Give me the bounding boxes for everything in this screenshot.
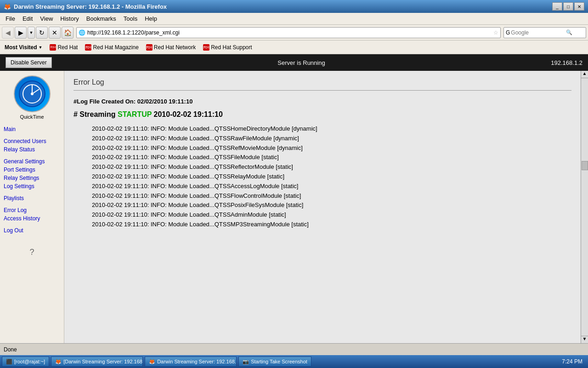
forward-dropdown-button[interactable]: ▼ [28,27,35,39]
bookmark-star-icon[interactable]: ☆ [493,29,498,36]
nav-bar: ◀ ▶ ▼ ↻ ✕ 🏠 🌐 http://192.168.1.2:1220/pa… [0,25,588,40]
sidebar-link-log-settings[interactable]: Log Settings [4,182,60,190]
taskbar-btn-terminal[interactable]: ⬛ [root@rajat:~] [2,356,49,367]
menu-edit[interactable]: Edit [19,14,36,23]
server-status: Server is Running [277,59,325,66]
sidebar-link-relay-settings[interactable]: Relay Settings [4,174,60,182]
firefox2-icon: 🦊 [149,359,155,365]
redhat-network-icon: RH [146,44,153,51]
sidebar-section-auth: Log Out [4,226,60,235]
menu-view[interactable]: View [36,14,57,23]
sidebar-link-logout[interactable]: Log Out [4,226,60,235]
sidebar-link-playlists[interactable]: Playlists [4,194,60,202]
menu-bookmarks[interactable]: Bookmarks [83,14,120,23]
terminal-icon: ⬛ [6,359,12,365]
startup-prefix: # Streaming [74,110,118,118]
title-bar: 🦊 Darwin Streaming Server: 192.168.1.2 -… [0,0,588,13]
close-button[interactable]: ✕ [574,2,584,11]
sidebar-link-error-log[interactable]: Error Log [4,206,60,214]
sidebar-link-connected-users[interactable]: Connected Users [4,137,60,145]
bookmark-redhat-support[interactable]: RH Red Hat Support [200,43,254,52]
error-log-title: Error Log [74,78,571,91]
log-entry-1: 2010-02-02 19:11:10: INFO: Module Loaded… [92,134,571,144]
log-entry-10: 2010-02-02 19:11:10: INFO: Module Loaded… [92,220,571,230]
startup-date: 2010-02-02 19:11:10 [152,110,223,118]
firefox1-icon: 🦊 [55,359,62,365]
log-entry-2: 2010-02-02 19:11:10: INFO: Module Loaded… [92,144,571,153]
disable-server-button[interactable]: Disable Server [6,57,52,68]
sidebar-link-main[interactable]: Main [4,125,60,133]
bookmark-redhat-magazine[interactable]: RH Red Hat Magazine [82,43,141,52]
stop-button[interactable]: ✕ [49,27,61,39]
status-text: Done [4,346,17,353]
address-bar[interactable]: 🌐 http://192.168.1.2:1220/parse_xml.cgi … [76,27,501,38]
scroll-thumb[interactable] [582,161,588,170]
log-entry-8: 2010-02-02 19:11:10: INFO: Module Loaded… [92,201,571,210]
redhat-support-icon: RH [203,44,209,51]
taskbar-screenshot-label: Starting Take Screenshot [251,359,307,364]
menu-file[interactable]: File [2,14,19,23]
sidebar-link-general-settings[interactable]: General Settings [4,157,60,166]
status-bar: Done [0,343,588,355]
bookmark-redhat-label: Red Hat [57,44,78,51]
sidebar: QuickTime Main Connected Users Relay Sta… [0,71,64,343]
content-wrapper: QuickTime Main Connected Users Relay Sta… [0,71,588,343]
window-title: Darwin Streaming Server: 192.168.1.2 - M… [14,3,167,10]
log-entries: 2010-02-02 19:11:10: INFO: Module Loaded… [92,124,571,230]
quicktime-label: QuickTime [20,114,44,120]
screenshot-icon: 📷 [243,359,249,365]
home-button[interactable]: 🏠 [62,27,74,39]
log-entry-7: 2010-02-02 19:11:10: INFO: Module Loaded… [92,191,571,201]
sidebar-link-port-settings[interactable]: Port Settings [4,166,60,174]
scrollbar[interactable]: ▲ ▼ [581,71,588,343]
help-icon[interactable]: ? [29,247,34,257]
redhat-magazine-icon: RH [85,44,91,51]
address-url: http://192.168.1.2:1220/parse_xml.cgi [87,29,180,36]
taskbar-btn-screenshot[interactable]: 📷 Starting Take Screenshot [238,356,311,367]
scroll-down-button[interactable]: ▼ [581,336,588,343]
back-button[interactable]: ◀ [2,27,14,39]
log-entry-3: 2010-02-02 19:11:10: INFO: Module Loaded… [92,153,571,162]
menu-tools[interactable]: Tools [120,14,141,23]
taskbar: ⬛ [root@rajat:~] 🦊 [Darwin Streaming Ser… [0,355,588,368]
sidebar-section-main: Main [4,125,60,133]
taskbar-btn-firefox1[interactable]: 🦊 [Darwin Streaming Server: 192.168.1... [51,356,143,367]
minimize-button[interactable]: _ [552,2,562,11]
taskbar-btn-firefox2[interactable]: 🦊 Darwin Streaming Server: 192.168... [145,356,237,367]
taskbar-firefox1-label: [Darwin Streaming Server: 192.168.1... [63,359,143,364]
bookmark-redhat[interactable]: RH Red Hat [47,43,80,52]
server-ip: 192.168.1.2 [551,59,582,66]
bookmarks-bar: Most Visited ▼ RH Red Hat RH Red Hat Mag… [0,40,588,54]
maximize-button[interactable]: □ [563,2,573,11]
taskbar-time: 7:24 PM [562,358,586,365]
main-content: Error Log #Log File Created On: 02/02/20… [64,71,581,343]
quicktime-logo [14,75,51,112]
menu-help[interactable]: Help [141,14,161,23]
forward-button[interactable]: ▶ [15,27,27,39]
search-button[interactable]: 🔍 [566,29,572,35]
most-visited-label: Most Visited [5,44,37,51]
most-visited-button[interactable]: Most Visited ▼ [2,43,45,52]
reload-button[interactable]: ↻ [36,27,48,39]
server-header: Disable Server Server is Running 192.168… [0,54,588,71]
bookmark-support-label: Red Hat Support [211,44,252,51]
sidebar-links: Main Connected Users Relay Status Genera… [4,125,60,238]
log-entry-9: 2010-02-02 19:11:10: INFO: Module Loaded… [92,210,571,220]
sidebar-section-logs: Error Log Access History [4,206,60,223]
sidebar-link-access-history[interactable]: Access History [4,214,60,223]
sidebar-section-monitor: Connected Users Relay Status [4,137,60,154]
bookmark-network-label: Red Hat Network [154,44,196,51]
bookmark-redhat-network[interactable]: RH Red Hat Network [143,43,198,52]
log-entry-6: 2010-02-02 19:11:10: INFO: Module Loaded… [92,182,571,191]
log-entry-0: 2010-02-02 19:11:10: INFO: Module Loaded… [92,124,571,134]
redhat-icon: RH [50,44,56,51]
sidebar-link-relay-status[interactable]: Relay Status [4,145,60,154]
svg-point-4 [31,92,34,95]
taskbar-firefox2-label: Darwin Streaming Server: 192.168... [157,359,237,364]
search-input[interactable] [511,29,566,36]
scroll-up-button[interactable]: ▲ [581,71,588,78]
startup-keyword: STARTUP [118,110,152,118]
menu-history[interactable]: History [57,14,82,23]
log-entry-4: 2010-02-02 19:11:10: INFO: Module Loaded… [92,162,571,172]
menu-bar: File Edit View History Bookmarks Tools H… [0,13,588,25]
